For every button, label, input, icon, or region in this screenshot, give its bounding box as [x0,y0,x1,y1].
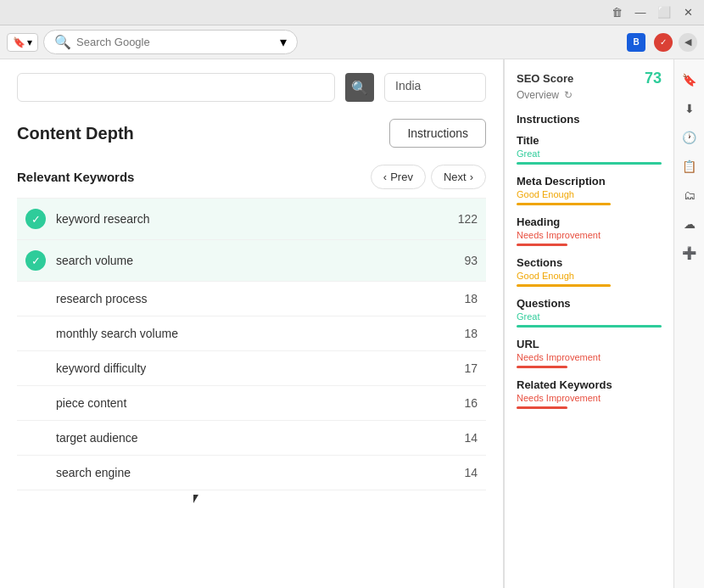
prev-button[interactable]: ‹ Prev [371,165,426,189]
seo-item-bar [517,366,567,368]
keyword-count: 14 [464,466,478,479]
seo-item: Questions Great [517,297,662,328]
seo-score-label: SEO Score [517,72,573,85]
seo-item: Sections Good Enough [517,256,662,287]
seo-item: Title Great [517,134,662,165]
download-sidebar-button[interactable]: ⬇ [678,97,701,120]
section-title: Content Depth [17,124,134,143]
seo-item-label: Meta Description [517,175,662,188]
search-row: how to do keywords research 🔍 India [17,73,486,102]
refresh-icon[interactable]: ↻ [564,89,573,101]
next-icon: › [470,171,473,183]
main-search-input[interactable]: how to do keywords research [26,81,326,94]
keyword-row[interactable]: ✓ keyword research 122 [17,198,486,240]
section-title-row: Content Depth Instructions [17,119,486,148]
seo-item-status: Needs Improvement [517,393,662,403]
keyword-row[interactable]: target audience 14 [17,421,486,456]
notes-sidebar-button[interactable]: 📋 [678,154,701,178]
keyword-text: search engine [56,466,454,479]
keyword-check-icon: ✓ [25,250,46,271]
title-bar: 🗑 — ⬜ ✕ [0,0,704,25]
bitwarden-icon: B [627,33,645,52]
maximize-button[interactable]: ⬜ [655,3,673,22]
seo-header: SEO Score 73 [517,70,662,87]
seo-overview-label: Overview [517,89,559,101]
bookmark-button[interactable]: 🔖 ▾ [7,33,38,52]
keywords-title: Relevant Keywords [17,170,134,184]
browser-search-input[interactable]: Search Google [76,36,275,48]
keyword-row[interactable]: monthly search volume 18 [17,316,486,351]
keyword-count: 14 [464,431,478,445]
close-button[interactable]: ✕ [679,3,697,22]
instructions-button[interactable]: Instructions [389,119,486,148]
keyword-row[interactable]: keyword difficulty 17 [17,351,486,386]
keywords-header: Relevant Keywords ‹ Prev Next › [17,165,486,189]
seo-item-label: URL [517,338,662,350]
seo-content: SEO Score 73 Overview ↻ Instructions Tit… [505,59,673,429]
back-button[interactable]: ◀ [679,33,697,52]
seo-item-label: Heading [517,216,662,228]
keyword-row[interactable]: piece content 16 [17,386,486,421]
keyword-text: search volume [56,254,454,267]
keyword-count: 18 [464,292,478,305]
bitwarden-button[interactable]: B [624,31,648,54]
nav-buttons: ‹ Prev Next › [371,165,486,189]
keyword-row[interactable]: ✓ search volume 93 [17,240,486,282]
seo-items-list: Title Great Meta Description Good Enough… [517,134,662,409]
seo-item-bar [517,203,611,205]
keyword-row[interactable]: research process 18 [17,282,486,316]
minimize-button[interactable]: — [631,3,650,22]
seo-item-bar [517,406,567,409]
seo-item: URL Needs Improvement [517,338,662,368]
keyword-count: 93 [464,254,478,267]
seo-panel: SEO Score 73 Overview ↻ Instructions Tit… [504,59,673,588]
keyword-check-icon: ✓ [25,209,46,229]
main-search-container: how to do keywords research [17,73,335,102]
seo-item-status: Great [517,311,662,322]
keyword-count: 18 [464,327,478,340]
seo-item: Related Keywords Needs Improvement [517,378,662,409]
bookmark-sidebar-button[interactable]: 🔖 [678,68,701,92]
keywords-list: ✓ keyword research 122 ✓ search volume 9… [17,198,486,490]
dropdown-icon: ▾ [280,34,287,50]
seo-item-status: Good Enough [517,271,662,281]
seo-instructions-label: Instructions [517,113,662,126]
seo-item-bar [517,162,662,165]
next-button[interactable]: Next › [431,165,486,189]
keyword-row[interactable]: search engine 14 [17,456,486,490]
seo-item-label: Questions [517,297,662,310]
cloud-sidebar-button[interactable]: ☁ [678,212,701,236]
seo-item-bar [517,325,662,328]
back-icon: ◀ [684,36,691,48]
card-sidebar-button[interactable]: 🗂 [678,183,701,207]
seo-item: Meta Description Good Enough [517,175,662,205]
seo-item-status: Good Enough [517,189,662,199]
search-icon: 🔍 [54,34,71,50]
bookmark-icon: 🔖 [13,36,25,48]
todoist-icon: ✓ [654,33,673,52]
country-select[interactable]: India [384,73,486,102]
delete-button[interactable]: 🗑 [607,3,626,22]
next-label: Next [444,171,467,183]
seo-score-value: 73 [645,70,662,87]
browser-search-bar[interactable]: 🔍 Search Google ▾ [43,30,298,54]
prev-label: Prev [390,171,413,183]
seo-item-status: Great [517,148,662,159]
seo-overview-row: Overview ↻ [517,89,662,101]
seo-item-label: Related Keywords [517,378,662,391]
keyword-count: 16 [464,396,478,410]
content-area: how to do keywords research 🔍 India Cont… [0,59,504,588]
dropdown-arrow: ▾ [27,36,32,48]
history-sidebar-button[interactable]: 🕐 [678,126,701,149]
seo-item-label: Title [517,134,662,147]
seo-item-status: Needs Improvement [517,230,662,240]
todoist-button[interactable]: ✓ [651,31,675,54]
toolbar-icons: B ✓ ◀ [624,31,697,54]
keyword-text: research process [56,292,454,305]
seo-item-bar [517,284,611,287]
seo-item: Heading Needs Improvement [517,216,662,246]
search-go-button[interactable]: 🔍 [345,73,374,102]
seo-item-label: Sections [517,256,662,269]
plus-sidebar-button[interactable]: ➕ [678,241,701,265]
prev-icon: ‹ [383,171,387,183]
